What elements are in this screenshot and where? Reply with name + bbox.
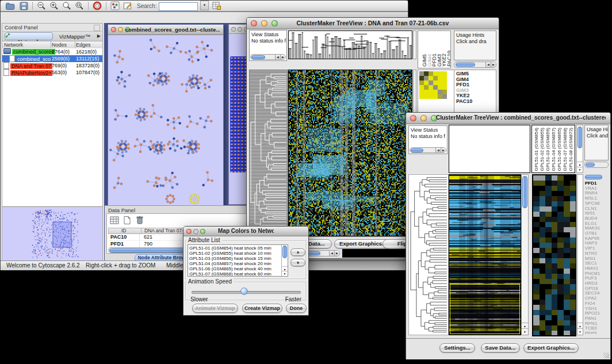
move-down-button[interactable]: ∨ xyxy=(290,259,305,266)
attribute-list-item[interactable]: GPL51-01 (GSM854) heat shock 05 min xyxy=(188,246,281,251)
vscroll-thumb[interactable] xyxy=(282,246,287,258)
maximize-icon[interactable] xyxy=(271,20,278,26)
scroll-down-icon[interactable]: ▼ xyxy=(577,167,583,173)
birdseye-viewport-rect[interactable] xyxy=(53,222,71,247)
column-label[interactable]: GPL51-08 (GSM872) xyxy=(568,128,573,171)
scroll-right-icon[interactable]: ▶ xyxy=(280,55,285,59)
cluster-summary-matrix[interactable] xyxy=(419,71,447,99)
global-hscrollbar[interactable]: ◀ ▶ xyxy=(304,250,340,256)
done-button[interactable]: Done xyxy=(286,304,307,313)
create-vizmap-button[interactable]: Create Vizmap xyxy=(242,304,282,313)
close-icon[interactable] xyxy=(251,20,257,26)
tab-overflow-icon[interactable]: ▶ xyxy=(97,33,101,39)
hscroll-thumb[interactable] xyxy=(411,148,423,152)
close-icon[interactable] xyxy=(231,27,236,32)
attribute-list-item[interactable]: GPL51-02 (GSM855) heat shock 10 min xyxy=(188,251,281,256)
close-icon[interactable] xyxy=(186,229,192,234)
help-lifering-icon[interactable] xyxy=(93,1,102,10)
column-label[interactable]: GPL51-04 (GSM857) xyxy=(551,128,556,171)
move-up-button[interactable]: ∧ xyxy=(290,248,305,256)
gene-list-hscroll-thumb[interactable] xyxy=(585,175,602,179)
column-labels-scrollbar[interactable]: ▲ ▼ xyxy=(576,125,583,173)
annotation-icon[interactable] xyxy=(123,1,132,10)
column-label[interactable]: GPL51-06 (GSM865) xyxy=(557,128,562,171)
close-icon[interactable] xyxy=(410,115,416,121)
save-session-icon[interactable] xyxy=(20,2,28,10)
treeview-combined-titlebar[interactable]: ClusterMaker TreeView : combined_scores_… xyxy=(406,113,610,124)
list-vscrollbar[interactable]: ▲ ▼ xyxy=(281,245,288,276)
scroll-down-icon[interactable]: ▼ xyxy=(282,271,288,276)
row-dendrogram[interactable] xyxy=(249,70,288,236)
treeview-dna-titlebar[interactable]: ClusterMaker TreeView : DNA and Tran 07-… xyxy=(247,18,499,29)
attribute-list-item[interactable]: GPL51-07 (GSM868) heat shock 60 min xyxy=(188,271,281,277)
scroll-right-icon[interactable]: ▶ xyxy=(441,148,446,152)
open-session-icon[interactable] xyxy=(5,2,15,10)
scroll-down-icon[interactable]: ▼ xyxy=(577,328,583,335)
gene-label[interactable]: PEP5 xyxy=(585,331,609,334)
settings-button[interactable]: Settings... xyxy=(439,343,475,352)
scroll-down-icon[interactable]: ▼ xyxy=(522,328,528,335)
gene-label-list[interactable]: PFD1YRA1RNR4MSL1SPC98CLN1NIS1BUD4ELG1MAK… xyxy=(585,181,609,334)
network-tree-row[interactable]: RNAPuberNov2+563(0)107847(0) xyxy=(2,69,102,76)
view-status-scrollbar[interactable]: ◀ ▶ xyxy=(410,147,446,153)
scroll-left-icon[interactable]: ◀ xyxy=(275,55,280,59)
close-icon[interactable] xyxy=(111,27,116,32)
network-graph-canvas[interactable] xyxy=(108,35,222,206)
animate-vizmap-button[interactable]: Animate Vizmap xyxy=(192,304,238,313)
vscroll-thumb[interactable] xyxy=(522,176,527,208)
hscroll-thumb[interactable] xyxy=(251,55,265,59)
delete-attribute-icon[interactable] xyxy=(136,215,144,225)
column-label[interactable]: PAC10 xyxy=(446,51,452,67)
main-heatmap[interactable] xyxy=(288,70,412,236)
hscroll-thumb[interactable] xyxy=(456,63,475,67)
zoom-heatmap[interactable] xyxy=(532,174,576,336)
column-label[interactable]: GPL51-02 (GSM855) xyxy=(540,128,545,171)
network-tree-row[interactable]: DNA and Tran 07769(0)183728(0) xyxy=(2,62,102,69)
birdseye-thumbnail[interactable] xyxy=(2,207,102,260)
hscroll-thumb[interactable] xyxy=(586,163,595,167)
attribute-list-item[interactable]: GPL51-06 (GSM865) heat shock 40 min xyxy=(188,266,281,271)
minimize-icon[interactable] xyxy=(261,20,267,26)
column-dendrogram[interactable] xyxy=(288,30,412,59)
speed-slider-thumb[interactable] xyxy=(240,288,248,295)
scroll-right-icon[interactable]: ▶ xyxy=(491,62,496,67)
maximize-icon[interactable] xyxy=(200,229,205,234)
column-label[interactable]: GPL51-03 (GSM856) xyxy=(545,128,550,171)
column-label[interactable]: GPL51-01 (GSM854) xyxy=(534,128,539,171)
network-tree-row[interactable]: combined_scores2764(0)16218(0) xyxy=(2,48,102,55)
search-input[interactable] xyxy=(159,2,198,11)
main-heatmap[interactable] xyxy=(449,174,521,335)
minimize-icon[interactable] xyxy=(238,27,242,32)
search-dropdown-icon[interactable]: ▼ xyxy=(200,1,209,10)
usage-hints-scrollbar[interactable] xyxy=(584,162,609,168)
birdseye-view[interactable] xyxy=(2,206,102,260)
network-view-titlebar[interactable]: combined_scores_good.txt--cluste... xyxy=(108,25,223,35)
zoom-fit-icon[interactable] xyxy=(75,1,84,10)
gene-label-list[interactable]: GIM5GIM4PFD1GIM3YKE2PAC10 xyxy=(456,71,495,104)
zoom-vscrollbar[interactable]: ▲ ▼ xyxy=(577,174,583,335)
vizmapper-icon[interactable] xyxy=(110,1,120,10)
heatmap-vscrollbar[interactable]: ▲ ▼ xyxy=(521,174,529,335)
usage-hints-scrollbar[interactable]: ◀ ▶ xyxy=(454,62,496,68)
tab-vizmapper[interactable]: VizMapper™ xyxy=(55,33,94,40)
network-tree-row[interactable]: combined_sco2569(6)13112(15) xyxy=(2,55,102,62)
tab-network[interactable]: Network xyxy=(5,32,53,40)
dialog-titlebar[interactable]: Map Colors to Network xyxy=(183,227,308,236)
scroll-left-icon[interactable]: ◀ xyxy=(485,62,491,67)
attribute-select-icon[interactable] xyxy=(110,216,119,225)
zoom-in-icon[interactable] xyxy=(49,1,59,10)
gene-label[interactable]: PAC10 xyxy=(456,99,495,105)
view-status-scrollbar[interactable]: ◀ ▶ xyxy=(250,54,286,60)
attribute-browser-icon[interactable] xyxy=(212,1,221,10)
zoom-out-icon[interactable] xyxy=(37,1,46,10)
new-attribute-icon[interactable] xyxy=(123,216,131,225)
minimize-icon[interactable] xyxy=(420,115,427,121)
column-dendrogram-area[interactable] xyxy=(449,125,530,173)
scroll-left-icon[interactable]: ◀ xyxy=(435,148,441,152)
save-data-button[interactable]: Save Data... xyxy=(481,343,520,352)
row-dendrogram[interactable] xyxy=(408,174,449,335)
attribute-list-item[interactable]: GPL51-03 (GSM856) heat shock 15 min xyxy=(188,256,281,261)
scroll-left-icon[interactable]: ◀ xyxy=(329,251,334,256)
scroll-right-icon[interactable]: ▶ xyxy=(334,251,339,256)
minimize-icon[interactable] xyxy=(193,229,198,234)
